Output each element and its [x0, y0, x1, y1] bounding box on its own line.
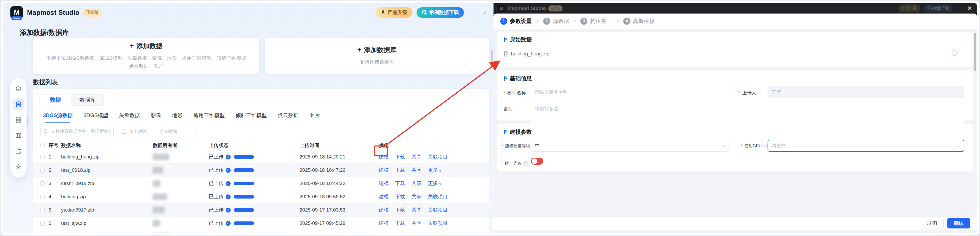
upload-progress-bar	[234, 208, 254, 212]
unified-light-toggle[interactable]	[531, 158, 543, 165]
sidebar-item-settings[interactable]	[13, 161, 24, 173]
step-1[interactable]: 1参数设置	[500, 18, 532, 25]
action-divider	[425, 221, 425, 225]
action-建模[interactable]: 建模	[379, 180, 389, 187]
data-name-cell: test_sjw.zip	[61, 217, 86, 230]
action-更多[interactable]: 更多∨	[428, 167, 442, 174]
subtab-1[interactable]: 3DGS模型	[83, 112, 108, 123]
action-divider	[392, 168, 392, 172]
mini-scrollbar-thumb[interactable]	[27, 118, 28, 126]
action-下载[interactable]: 下载	[395, 207, 405, 214]
row-checkbox[interactable]	[40, 155, 45, 159]
confirm-button[interactable]: 确认	[947, 218, 970, 228]
chevron-down-icon[interactable]: ∨	[483, 10, 486, 15]
status-label: 已上传	[209, 180, 224, 187]
add-database-card[interactable]: + 添加数据库 支持连接数据库	[265, 38, 489, 73]
step-4[interactable]: 4高斯建模	[623, 18, 655, 25]
date-end-placeholder: 结束时间	[159, 129, 177, 134]
table-header: 序号 数据名称 数据所有者 上传状态 上传时间 操作	[33, 140, 489, 150]
subtab-0[interactable]: 3DGS源数据	[43, 112, 73, 123]
sidebar-item-map[interactable]	[13, 129, 24, 142]
row-index: 5	[49, 204, 51, 217]
uploaded-file-item[interactable]: building_heng.zip	[504, 51, 549, 57]
action-下载[interactable]: 下载	[395, 220, 405, 226]
action-关联项目[interactable]: 关联项目	[428, 220, 448, 226]
data-name-cell: yaxian0917.zip	[61, 204, 94, 217]
upload-progress-bar	[234, 182, 254, 185]
action-下载[interactable]: 下载	[395, 193, 405, 200]
action-建模[interactable]: 建模	[379, 193, 389, 200]
sidebar-item-data[interactable]	[13, 98, 24, 110]
quality-select[interactable]: 中 ∨	[531, 140, 730, 152]
action-下载[interactable]: 下载	[395, 180, 405, 187]
subtab-6[interactable]: 倾斜三维模型	[235, 112, 267, 123]
tab-database[interactable]: 数据库	[72, 94, 104, 106]
data-list-title: 数据列表	[33, 78, 58, 86]
close-icon[interactable]: ✕	[967, 5, 972, 11]
tab-data[interactable]: 数据	[39, 94, 72, 106]
action-共享[interactable]: 共享	[412, 180, 422, 187]
subtab-4[interactable]: 地形	[172, 112, 183, 123]
uploaded-check-icon: ✓	[226, 195, 231, 199]
help-icon[interactable]: ?	[763, 144, 768, 148]
left-pane-scrollbar-thumb[interactable]	[491, 49, 493, 66]
user-avatar[interactable]	[468, 7, 479, 18]
upload-progress-bar	[234, 155, 254, 159]
action-下载[interactable]: 下载	[395, 153, 405, 160]
row-checkbox[interactable]	[40, 195, 45, 199]
sidebar-item-apps[interactable]	[13, 114, 24, 126]
action-关联项目[interactable]: 关联项目	[428, 153, 448, 160]
row-checkbox[interactable]	[40, 181, 45, 186]
action-共享[interactable]: 共享	[412, 207, 422, 214]
product-upgrade-button[interactable]: 产品升级	[376, 7, 412, 18]
action-关联项目[interactable]: 关联项目	[428, 193, 448, 200]
action-建模[interactable]: 建模	[379, 153, 389, 160]
row-checkbox[interactable]	[40, 168, 45, 172]
search-input[interactable]	[51, 129, 110, 134]
add-data-card[interactable]: + 添加数据 支持上传3DGS源数据、3DGS模型、矢量数据、影像、地形、通用三…	[33, 38, 259, 73]
model-name-input[interactable]	[531, 86, 730, 98]
cancel-button[interactable]: 取消	[921, 218, 943, 228]
action-divider	[425, 208, 425, 212]
gpu-select[interactable]: 请选择 ∨	[768, 140, 964, 152]
subtab-3[interactable]: 影像	[151, 112, 161, 123]
actions-cell: 建模下载共享关联项目	[379, 230, 448, 233]
row-checkbox[interactable]	[40, 208, 45, 212]
subtab-8[interactable]: 图片	[309, 112, 320, 123]
dimmed-brand-title: Mapmost Studio	[508, 5, 546, 11]
app-logo[interactable]: M Studio	[10, 6, 23, 19]
sidebar-item-files[interactable]	[13, 145, 24, 157]
step-3[interactable]: 3构建空三	[581, 18, 612, 25]
action-下载[interactable]: 下载	[395, 167, 405, 174]
select-all-checkbox[interactable]	[40, 143, 45, 147]
col-status: 上传状态	[209, 142, 229, 149]
action-共享[interactable]: 共享	[412, 167, 422, 174]
action-共享[interactable]: 共享	[412, 193, 422, 200]
subtab-7[interactable]: 点云数据	[278, 112, 299, 123]
sidebar-item-home[interactable]	[13, 83, 24, 95]
row-checkbox[interactable]	[40, 221, 45, 226]
pentagon-home-icon	[15, 85, 22, 92]
action-建模[interactable]: 建模	[379, 167, 389, 174]
action-建模[interactable]: 建模	[379, 207, 389, 214]
step-2[interactable]: 2源数据	[543, 18, 569, 25]
sample-data-download-button[interactable]: 示例数据下载	[417, 7, 464, 18]
subtab-2[interactable]: 矢量数据	[119, 112, 140, 123]
date-range-picker[interactable]: 开始时间 → 结束时间	[118, 126, 196, 137]
action-更多[interactable]: 更多∨	[428, 180, 442, 187]
redacted-owner	[153, 207, 165, 214]
action-建模[interactable]: 建模	[379, 220, 389, 226]
help-icon[interactable]: ?	[523, 161, 528, 166]
dimmed-logo-group: M Mapmost Studio 正式版	[498, 5, 562, 12]
action-关联项目[interactable]: 关联项目	[428, 207, 448, 214]
action-divider	[392, 195, 392, 199]
subtab-5[interactable]: 通用三维模型	[194, 112, 225, 123]
screen: M Studio Mapmost Studio 正式版 产品升级 示例数据下载 …	[0, 0, 980, 236]
search-icon	[44, 129, 48, 134]
actions-cell: 建模下载共享关联项目	[379, 204, 448, 217]
params-section-title: 建模参数	[510, 128, 532, 136]
action-共享[interactable]: 共享	[412, 220, 422, 226]
modal-scrollbar-thumb[interactable]	[974, 33, 976, 71]
rocket-icon	[381, 10, 385, 15]
action-共享[interactable]: 共享	[412, 153, 422, 160]
